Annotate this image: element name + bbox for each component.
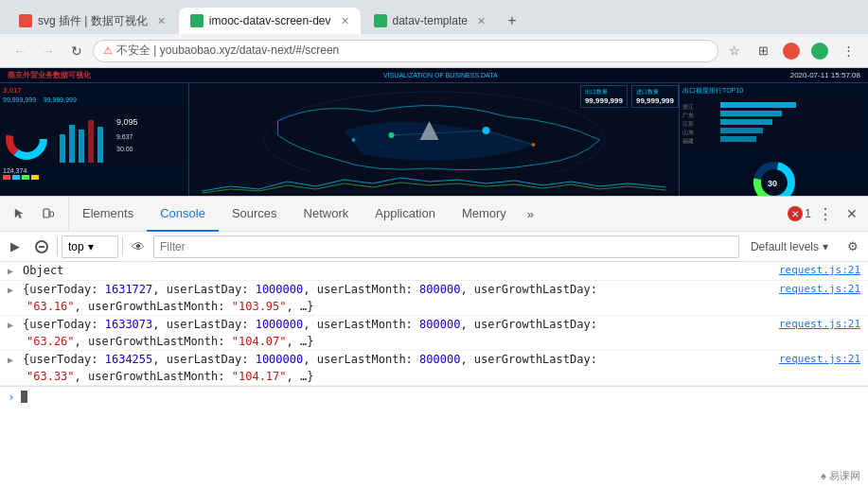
line-4-source[interactable]: request.js:21 [779, 353, 868, 365]
another-profile-button[interactable] [807, 39, 832, 63]
wave-chart [189, 172, 679, 196]
devtools-right-icons: ✕ 1 ⋮ ✕ [784, 201, 868, 226]
devtools-tabs: Elements Console Sources Network Applica… [69, 197, 784, 232]
gear-icon: ⚙ [847, 239, 859, 253]
svg-text:30.00: 30.00 [116, 146, 133, 152]
devtools-close-button[interactable]: ✕ [840, 201, 864, 226]
another-profile-icon [811, 43, 828, 60]
more-tabs-button[interactable]: » [520, 197, 541, 232]
line-1-arrow[interactable]: ▶ [8, 264, 19, 276]
tab-console[interactable]: Console [147, 197, 219, 232]
device-toolbar-button[interactable] [36, 201, 61, 226]
menu-button[interactable]: ⋮ [836, 39, 860, 63]
tab-close-svg[interactable]: ✕ [157, 15, 166, 27]
eye-icon: 👁 [132, 239, 145, 254]
tab-icon-svg [19, 14, 32, 27]
console-line-2: ▶ {userToday: 1631727, userLastDay: 1000… [0, 281, 868, 316]
error-count: 1 [805, 207, 811, 220]
console-line-3: ▶ {userToday: 1633073, userLastDay: 1000… [0, 316, 868, 351]
svg-text:9,637: 9,637 [116, 133, 133, 140]
address-text: 不安全 | youbaobao.xyz/datav-next/#/screen [116, 43, 708, 59]
levels-selector[interactable]: Default levels ▾ [743, 235, 836, 258]
context-selector[interactable]: top ▾ [62, 235, 118, 258]
extensions-icon: ⊞ [758, 43, 769, 58]
console-line-1: ▶ Object request.js:21 [0, 262, 868, 281]
tab-elements[interactable]: Elements [69, 197, 147, 232]
svg-rect-36 [50, 212, 54, 217]
new-tab-button[interactable]: + [499, 8, 525, 34]
context-arrow: ▾ [88, 240, 94, 253]
line-2-content: {userToday: 1631727, userLastDay: 100000… [23, 283, 779, 296]
svg-text:福建: 福建 [682, 138, 694, 144]
console-cursor [21, 391, 27, 403]
refresh-button[interactable]: ↻ [64, 39, 89, 63]
inspect-element-button[interactable] [8, 201, 32, 226]
tab-bar: svg 插件 | 数据可视化 ✕ imooc-datav-screen-dev … [0, 0, 868, 34]
line-2-source[interactable]: request.js:21 [779, 283, 868, 295]
protocol-label: 不安全 | [116, 43, 156, 57]
svg-rect-7 [97, 127, 103, 163]
error-badge: ✕ [788, 206, 803, 221]
console-line-4: ▶ {userToday: 1634255, userLastDay: 1000… [0, 351, 868, 386]
line-4-arrow[interactable]: ▶ [8, 353, 19, 365]
tab-datav[interactable]: datav-template ✕ [363, 8, 497, 34]
devtools-toolbar: Elements Console Sources Network Applica… [0, 197, 868, 232]
tab-close-imooc[interactable]: ✕ [341, 15, 349, 27]
tab-imooc[interactable]: imooc-datav-screen-dev ✕ [179, 8, 361, 34]
svg-rect-24 [720, 128, 763, 133]
tab-icon-imooc [190, 14, 204, 27]
line-2-arrow[interactable]: ▶ [8, 283, 19, 295]
tab-memory[interactable]: Memory [449, 197, 520, 232]
console-toolbar: ▶ top ▾ 👁 Default levels ▾ ⚙ [0, 232, 868, 262]
tab-sources[interactable]: Sources [219, 197, 291, 232]
separator-2 [122, 237, 123, 256]
star-button[interactable]: ☆ [722, 39, 747, 63]
error-icon: ✕ [791, 209, 799, 219]
svg-rect-21 [720, 102, 796, 108]
address-bar[interactable]: ⚠ 不安全 | youbaobao.xyz/datav-next/#/scree… [93, 40, 718, 62]
line-1-source[interactable]: request.js:21 [779, 264, 868, 276]
back-icon: ← [13, 43, 27, 59]
browser-chrome: svg 插件 | 数据可视化 ✕ imooc-datav-screen-dev … [0, 0, 868, 68]
console-prompt: › [8, 390, 15, 404]
line-4-content: {userToday: 1634255, userLastDay: 100000… [23, 353, 779, 366]
svg-text:30: 30 [768, 179, 777, 188]
svg-text:山东: 山东 [682, 129, 694, 135]
page-content: 燕京外贸业务数据可视化 VISUALIZATION OF BUSINESS DA… [0, 68, 868, 196]
dashboard-date: 2020-07-11 15:57:08 [790, 71, 860, 79]
browser-nav-icons: ☆ ⊞ ⋮ [722, 39, 860, 63]
back-button[interactable]: ← [8, 39, 32, 63]
forward-button[interactable]: → [36, 39, 61, 63]
stop-button[interactable] [30, 235, 53, 258]
profile-icon [783, 43, 800, 60]
tab-network[interactable]: Network [291, 197, 363, 232]
extensions-button[interactable]: ⊞ [751, 39, 775, 63]
filter-input[interactable] [153, 235, 739, 258]
run-icon: ▶ [10, 239, 20, 253]
run-button[interactable]: ▶ [4, 235, 27, 258]
line-3-source[interactable]: request.js:21 [779, 318, 868, 330]
settings-button[interactable]: ⚙ [841, 235, 864, 258]
svg-rect-3 [60, 134, 65, 163]
stat-export: 出口数量 [585, 88, 623, 96]
line-3-arrow[interactable]: ▶ [8, 318, 19, 330]
tab-svg[interactable]: svg 插件 | 数据可视化 ✕ [8, 8, 177, 34]
line-4-continuation: "63.33", userGrowthLastMonth: "104.17", … [0, 370, 868, 385]
devtools-left-icons [0, 197, 69, 231]
tab-close-datav[interactable]: ✕ [477, 15, 486, 27]
profile-button[interactable] [779, 39, 804, 63]
dashboard-brand: 燕京外贸业务数据可视化 [8, 70, 91, 80]
eye-button[interactable]: 👁 [127, 235, 150, 258]
dashboard-subtitle: VISUALIZATION OF BUSINESS DATA [383, 72, 498, 78]
tab-label-datav: datav-template [393, 14, 468, 27]
left-chart: 9,095 9,637 30.00 [3, 106, 183, 163]
tab-label-svg: svg 插件 | 数据可视化 [38, 13, 148, 29]
stats-row1: 99,999,999 99,999,999 [3, 96, 186, 103]
tab-application[interactable]: Application [362, 197, 449, 232]
devtools-menu-button[interactable]: ⋮ [813, 201, 838, 226]
svg-text:9,095: 9,095 [116, 117, 138, 127]
context-label: top [68, 240, 84, 253]
svg-text:江苏: 江苏 [682, 121, 694, 127]
svg-rect-4 [69, 125, 75, 163]
forward-icon: → [42, 43, 55, 59]
